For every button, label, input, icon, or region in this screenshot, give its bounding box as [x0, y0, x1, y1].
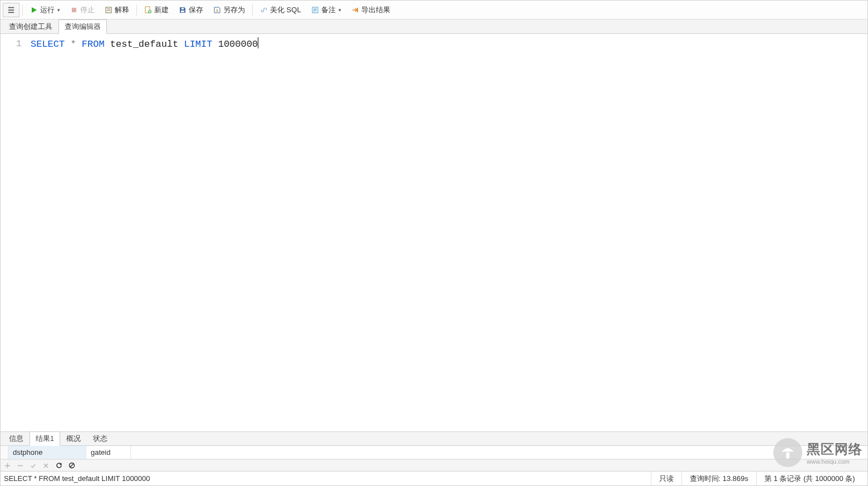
toolbar-separator [252, 4, 253, 16]
save-icon [179, 6, 187, 14]
beautify-button[interactable]: 美化 SQL [256, 3, 306, 17]
save-as-label: 另存为 [223, 5, 245, 15]
svg-rect-1 [106, 7, 111, 13]
new-file-icon [144, 6, 152, 14]
refresh-button[interactable] [55, 462, 62, 469]
stop-button: 停止 [66, 3, 99, 17]
svg-rect-7 [357, 8, 358, 12]
refresh-icon [56, 462, 62, 469]
chevron-down-icon: ▾ [57, 7, 60, 13]
note-button[interactable]: 备注 ▾ [307, 3, 346, 17]
status-bar: SELECT * FROM test_default LIMIT 1000000… [1, 472, 867, 485]
delete-row-button [17, 462, 24, 469]
tab-status[interactable]: 状态 [87, 431, 114, 445]
svg-rect-0 [72, 8, 76, 12]
keyword-from: FROM [82, 39, 105, 50]
export-button[interactable]: 导出结果 [347, 3, 395, 17]
sql-editor[interactable]: 1 SELECT * FROM test_default LIMIT 10000… [1, 34, 867, 431]
status-sql-text: SELECT * FROM test_default LIMIT 1000000 [1, 474, 651, 483]
save-button[interactable]: 保存 [174, 3, 208, 17]
note-icon [311, 6, 319, 14]
plus-icon [4, 463, 11, 469]
result-tabs: 信息 结果1 概况 状态 [1, 431, 867, 446]
keyword-limit: LIMIT [184, 39, 212, 50]
tab-result-1[interactable]: 结果1 [30, 431, 60, 446]
grid-action-bar [1, 459, 867, 472]
cross-icon [43, 463, 49, 469]
status-readonly: 只读 [651, 472, 681, 485]
stop-fetch-button[interactable] [68, 462, 75, 469]
editor-code-area[interactable]: SELECT * FROM test_default LIMIT 1000000 [26, 34, 258, 431]
column-header-gateid[interactable]: gateid [86, 446, 131, 459]
editor-gutter: 1 [1, 34, 26, 431]
save-label: 保存 [189, 5, 203, 15]
save-as-icon [213, 6, 221, 14]
text-cursor [258, 37, 258, 48]
tab-query-editor[interactable]: 查询编辑器 [58, 19, 107, 34]
limit-value: 1000000 [212, 39, 258, 50]
column-header-dstphone[interactable]: dstphone [8, 446, 86, 459]
tab-query-builder[interactable]: 查询创建工具 [3, 19, 58, 33]
keyword-select: SELECT [31, 39, 65, 50]
run-label: 运行 [40, 5, 55, 15]
main-toolbar: 运行 ▾ 停止 解释 新建 保存 另存为 美化 SQL [1, 1, 867, 19]
run-button[interactable]: 运行 ▾ [26, 3, 65, 17]
check-icon [30, 463, 36, 469]
cancel-button [42, 462, 50, 469]
toolbar-separator [136, 4, 137, 16]
line-number: 1 [1, 37, 22, 51]
stop-icon [70, 6, 78, 14]
explain-icon [105, 6, 112, 14]
status-elapsed: 查询时间: 13.869s [681, 472, 757, 485]
play-icon [30, 6, 38, 14]
save-as-button[interactable]: 另存为 [209, 3, 249, 17]
table-name: test_default [105, 39, 184, 50]
export-label: 导出结果 [361, 5, 390, 15]
new-button[interactable]: 新建 [140, 3, 173, 17]
hamburger-icon [7, 6, 15, 14]
no-entry-icon [68, 462, 75, 469]
tab-info[interactable]: 信息 [3, 431, 30, 445]
note-label: 备注 [321, 5, 336, 15]
status-record-position: 第 1 条记录 (共 1000000 条) [756, 472, 867, 485]
explain-label: 解释 [115, 5, 129, 15]
svg-rect-4 [181, 11, 184, 12]
star-token: * [65, 39, 82, 50]
new-label: 新建 [154, 5, 169, 15]
chevron-down-icon: ▾ [339, 7, 341, 13]
sparkle-icon [260, 6, 268, 14]
svg-rect-5 [182, 8, 184, 9]
beautify-label: 美化 SQL [270, 5, 301, 15]
result-grid-header: dstphone gateid [1, 446, 867, 459]
row-selector-handle[interactable] [1, 446, 8, 459]
explain-button[interactable]: 解释 [100, 3, 134, 17]
tab-summary[interactable]: 概况 [60, 431, 87, 445]
apply-button [30, 462, 37, 469]
editor-tabs: 查询创建工具 查询编辑器 [1, 19, 867, 34]
add-row-button [4, 462, 11, 469]
export-icon [351, 6, 359, 14]
stop-label: 停止 [80, 5, 95, 15]
hamburger-menu-button[interactable] [3, 3, 19, 17]
toolbar-separator [22, 4, 23, 16]
minus-icon [17, 463, 23, 469]
